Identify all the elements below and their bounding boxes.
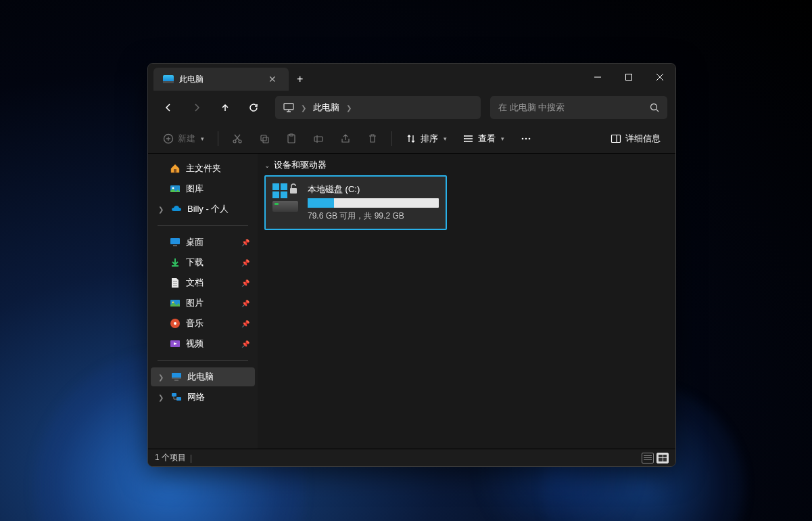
- sidebar-label: 此电脑: [187, 371, 214, 383]
- svg-point-26: [464, 138, 465, 139]
- share-button[interactable]: [333, 129, 358, 148]
- sidebar: 主文件夹 图库 ❯ Billy - 个人 桌面 📌 下载 📌: [148, 154, 258, 449]
- new-button[interactable]: 新建 ▾: [156, 129, 211, 149]
- sidebar-label: 音乐: [186, 317, 204, 330]
- search-input[interactable]: 在 此电脑 中搜索: [490, 96, 667, 119]
- svg-rect-48: [174, 380, 178, 381]
- paste-button[interactable]: [279, 129, 304, 148]
- tab-close-button[interactable]: ✕: [266, 74, 279, 85]
- onedrive-icon: [171, 204, 182, 214]
- view-tiles-button[interactable]: [656, 453, 669, 463]
- body: 主文件夹 图库 ❯ Billy - 个人 桌面 📌 下载 📌: [148, 154, 675, 449]
- this-pc-icon: [163, 75, 174, 83]
- network-icon: [171, 392, 182, 403]
- toolbar: 新建 ▾ 排序 ▾ 查看 ▾ 详细信息: [148, 124, 675, 154]
- pin-icon[interactable]: 📌: [241, 239, 249, 246]
- svg-point-7: [651, 104, 657, 110]
- sidebar-item-pictures[interactable]: 图片 📌: [151, 294, 255, 313]
- file-explorer-window: 此电脑 ✕ +: [147, 63, 676, 467]
- sidebar-item-home[interactable]: 主文件夹: [151, 159, 255, 178]
- svg-rect-16: [261, 135, 266, 141]
- pin-icon[interactable]: 📌: [241, 320, 249, 327]
- videos-icon: [170, 338, 181, 349]
- home-icon: [170, 163, 181, 174]
- sidebar-item-videos[interactable]: 视频 📌: [151, 334, 255, 353]
- chevron-down-icon: ▾: [444, 135, 447, 142]
- divider: [158, 360, 248, 361]
- group-header-devices[interactable]: ⌄ 设备和驱动器: [264, 156, 669, 174]
- svg-rect-4: [284, 104, 293, 110]
- cut-button[interactable]: [225, 129, 249, 148]
- tab-title: 此电脑: [179, 74, 204, 85]
- up-button[interactable]: [213, 96, 237, 119]
- sidebar-item-thispc[interactable]: ❯ 此电脑: [151, 367, 255, 386]
- tab-this-pc[interactable]: 此电脑 ✕: [153, 68, 289, 91]
- content-pane[interactable]: ⌄ 设备和驱动器 本地磁盘 (C:) 79.6 GB 可用，共 99.2 GB: [258, 154, 675, 449]
- separator: [218, 131, 218, 146]
- svg-rect-37: [173, 245, 177, 246]
- svg-line-15: [235, 135, 239, 141]
- maximize-button[interactable]: [613, 64, 644, 91]
- search-icon: [650, 103, 659, 112]
- forward-button[interactable]: [185, 96, 209, 119]
- address-segment[interactable]: 此电脑: [313, 101, 339, 114]
- new-tab-button[interactable]: +: [289, 68, 311, 91]
- close-button[interactable]: [644, 64, 675, 91]
- minimize-button[interactable]: [582, 64, 613, 91]
- rename-button[interactable]: [306, 129, 331, 148]
- sidebar-item-gallery[interactable]: 图库: [151, 179, 255, 198]
- divider: |: [190, 453, 192, 463]
- paste-icon: [286, 133, 297, 144]
- sidebar-item-music[interactable]: 音乐 📌: [151, 314, 255, 333]
- group-header-label: 设备和驱动器: [274, 159, 327, 171]
- address-bar[interactable]: ❯ 此电脑 ❯: [275, 96, 481, 119]
- details-pane-button[interactable]: 详细信息: [604, 129, 667, 149]
- view-list-button[interactable]: [642, 453, 654, 463]
- divider: [158, 225, 248, 226]
- ellipsis-icon: [521, 133, 531, 144]
- chevron-right-icon[interactable]: ❯: [156, 394, 166, 401]
- status-text: 1 个项目: [155, 452, 186, 463]
- pin-icon[interactable]: 📌: [241, 300, 249, 307]
- sidebar-label: Billy - 个人: [187, 203, 229, 215]
- refresh-button[interactable]: [241, 96, 266, 119]
- pin-icon[interactable]: 📌: [241, 279, 249, 287]
- more-button[interactable]: [514, 129, 538, 148]
- plus-circle-icon: [163, 133, 174, 144]
- this-pc-icon: [171, 371, 182, 382]
- back-button[interactable]: [156, 96, 181, 119]
- svg-rect-47: [172, 378, 181, 379]
- sort-button[interactable]: 排序 ▾: [399, 129, 454, 149]
- sidebar-label: 图片: [186, 297, 204, 309]
- drive-usage-bar: [308, 198, 439, 208]
- svg-point-25: [464, 135, 465, 137]
- pin-icon[interactable]: 📌: [241, 340, 249, 348]
- svg-rect-1: [626, 74, 632, 81]
- sidebar-label: 文档: [186, 277, 204, 289]
- drive-icon: [272, 183, 301, 212]
- svg-rect-20: [314, 137, 323, 141]
- music-icon: [170, 318, 181, 329]
- sidebar-item-network[interactable]: ❯ 网络: [151, 388, 255, 407]
- trash-icon: [367, 133, 378, 144]
- drive-c-tile[interactable]: 本地磁盘 (C:) 79.6 GB 可用，共 99.2 GB: [264, 175, 447, 230]
- copy-icon: [259, 133, 270, 144]
- sidebar-label: 下载: [186, 256, 204, 269]
- chevron-right-icon[interactable]: ❯: [156, 206, 166, 213]
- sidebar-item-desktop[interactable]: 桌面 📌: [151, 233, 255, 252]
- delete-button[interactable]: [360, 129, 385, 148]
- view-button[interactable]: 查看 ▾: [456, 129, 511, 149]
- drive-usage-fill: [308, 198, 334, 208]
- chevron-right-icon[interactable]: ❯: [156, 373, 166, 381]
- drive-name: 本地磁盘 (C:): [308, 183, 439, 196]
- documents-icon: [170, 277, 181, 288]
- svg-point-29: [525, 138, 527, 140]
- pin-icon[interactable]: 📌: [241, 259, 249, 267]
- sidebar-item-downloads[interactable]: 下载 📌: [151, 253, 255, 272]
- copy-button[interactable]: [252, 129, 277, 148]
- sidebar-item-documents[interactable]: 文档 📌: [151, 273, 255, 292]
- sidebar-item-onedrive[interactable]: ❯ Billy - 个人: [151, 200, 255, 219]
- sidebar-label: 桌面: [186, 236, 204, 248]
- svg-rect-36: [170, 238, 180, 244]
- desktop-icon: [170, 237, 181, 248]
